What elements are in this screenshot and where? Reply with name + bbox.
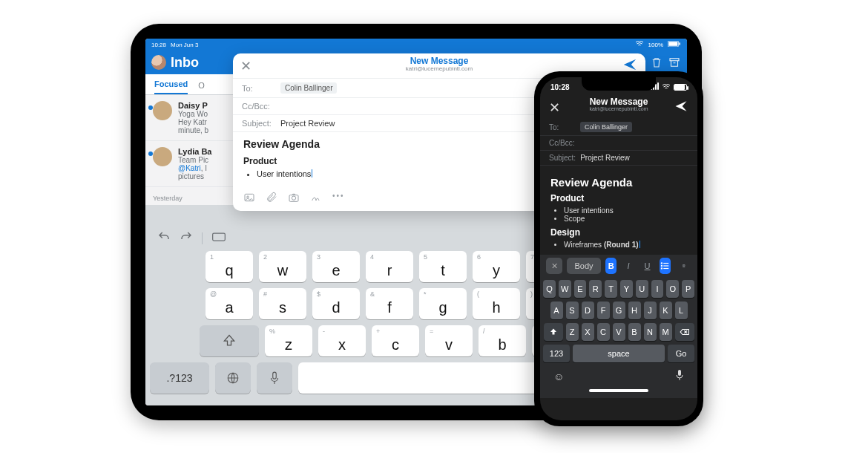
key-q[interactable]: Q [543, 280, 556, 298]
key-r[interactable]: 4r [366, 251, 413, 282]
delete-key[interactable] [675, 323, 694, 341]
key-d[interactable]: $d [312, 288, 360, 319]
status-time: 10:28 [151, 42, 166, 48]
preview-line: Team Pic [178, 156, 211, 164]
svg-rect-20 [683, 264, 685, 265]
numbered-list-button[interactable] [675, 258, 691, 274]
key-r[interactable]: R [589, 280, 602, 298]
key-c[interactable]: +c [372, 325, 419, 356]
key-e[interactable]: 3e [312, 251, 360, 282]
key-w[interactable]: 2w [259, 251, 306, 282]
key-e[interactable]: E [574, 280, 587, 298]
svg-point-16 [661, 265, 662, 267]
numbers-key[interactable]: .?123 [150, 362, 209, 394]
key-w[interactable]: W [559, 280, 571, 298]
tab-other[interactable]: O [198, 81, 205, 94]
svg-rect-23 [678, 370, 681, 376]
key-x[interactable]: X [582, 323, 594, 341]
archive-icon[interactable] [668, 56, 681, 69]
cc-bcc-field[interactable]: Cc/Bcc: [540, 136, 697, 151]
bold-button[interactable]: B [605, 258, 617, 274]
bullet-list-button[interactable] [660, 258, 671, 274]
svg-rect-22 [683, 267, 685, 267]
key-u[interactable]: U [636, 280, 648, 298]
globe-key[interactable] [215, 362, 251, 394]
key-d[interactable]: D [582, 302, 594, 319]
shift-key[interactable] [200, 325, 259, 356]
text-style-button[interactable]: Body [567, 258, 601, 274]
key-o[interactable]: O [666, 280, 679, 298]
avatar[interactable] [151, 55, 166, 70]
key-q[interactable]: 1q [206, 251, 253, 282]
emoji-icon[interactable]: ☺ [553, 371, 564, 382]
mic-key[interactable] [257, 362, 292, 394]
key-f[interactable]: F [597, 302, 610, 319]
key-a[interactable]: A [550, 302, 563, 319]
key-g[interactable]: *g [419, 288, 467, 319]
key-y[interactable]: Y [620, 280, 633, 298]
recipient-chip[interactable]: Colin Ballinger [580, 122, 632, 132]
modal-from-email: katri@lucernepubintl.com [540, 106, 697, 111]
subject-label: Subject: [242, 119, 274, 128]
key-t[interactable]: 5t [419, 251, 467, 282]
key-f[interactable]: &f [366, 288, 413, 319]
compose-header: ✕ New Message katri@lucernepubintl.com [540, 97, 697, 119]
close-format-icon[interactable]: ✕ [546, 258, 562, 274]
subject-field[interactable]: Subject: Project Review [540, 151, 697, 166]
compose-body[interactable]: Review Agenda Product User intentionsSco… [540, 166, 697, 255]
to-label: To: [549, 123, 576, 131]
numbers-key[interactable]: 123 [543, 345, 570, 362]
key-x[interactable]: -x [318, 325, 366, 356]
key-i[interactable]: I [651, 280, 664, 298]
key-b[interactable]: /b [479, 325, 526, 356]
key-z[interactable]: Z [566, 323, 579, 341]
underline-button[interactable]: U [640, 258, 655, 274]
go-key[interactable]: Go [668, 345, 694, 362]
attach-icon[interactable] [266, 192, 277, 206]
format-bar: ✕ Body B I U [540, 255, 697, 277]
trash-icon[interactable] [650, 56, 663, 69]
undo-icon[interactable] [157, 230, 171, 247]
cc-label: Cc/Bcc: [242, 102, 274, 111]
iphone-keyboard[interactable]: QWERTYUIOP ASDFGHJKL ZXCVBNM 123spaceGo … [540, 277, 697, 398]
key-v[interactable]: =v [425, 325, 473, 356]
redo-icon[interactable] [180, 230, 193, 247]
key-g[interactable]: G [613, 302, 625, 319]
key-h[interactable]: (h [473, 288, 520, 319]
key-y[interactable]: 6y [473, 251, 520, 282]
key-s[interactable]: S [566, 302, 579, 319]
recipient-chip[interactable]: Colin Ballinger [280, 82, 337, 94]
key-c[interactable]: C [597, 323, 610, 341]
body-section-title: Design [550, 227, 687, 238]
key-b[interactable]: B [628, 323, 641, 341]
key-z[interactable]: %z [265, 325, 312, 356]
key-m[interactable]: M [660, 323, 672, 341]
svg-rect-7 [213, 233, 226, 241]
key-k[interactable]: K [660, 302, 672, 319]
insert-image-icon[interactable] [243, 192, 255, 206]
clipboard-icon[interactable] [211, 232, 226, 245]
to-field[interactable]: To: Colin Ballinger [540, 119, 697, 136]
svg-rect-6 [670, 59, 679, 61]
shift-key[interactable] [544, 323, 563, 341]
italic-button[interactable]: I [621, 258, 635, 274]
key-n[interactable]: N [644, 323, 657, 341]
home-indicator[interactable] [589, 389, 648, 392]
key-v[interactable]: V [613, 323, 625, 341]
key-a[interactable]: @a [206, 288, 253, 319]
key-p[interactable]: P [682, 280, 694, 298]
mic-icon[interactable] [675, 369, 684, 383]
key-t[interactable]: T [605, 280, 617, 298]
more-icon[interactable]: ••• [332, 192, 345, 206]
signature-icon[interactable] [310, 192, 322, 206]
key-l[interactable]: L [675, 302, 688, 319]
tab-focused[interactable]: Focused [154, 79, 188, 94]
key-j[interactable]: J [644, 302, 657, 319]
key-s[interactable]: #s [259, 288, 306, 319]
wifi-icon [662, 83, 671, 91]
space-key[interactable]: space [573, 345, 665, 362]
preview-line: @Katri, I [178, 164, 211, 172]
key-h[interactable]: H [628, 302, 641, 319]
body-section-title: Product [550, 193, 687, 203]
camera-icon[interactable] [288, 192, 300, 206]
